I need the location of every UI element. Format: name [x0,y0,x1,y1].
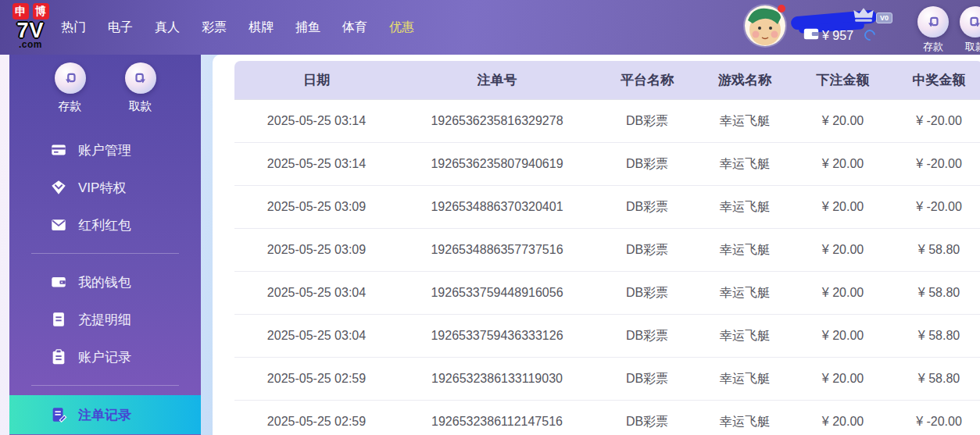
sidebar-item[interactable]: 充提明细 [9,301,201,338]
transfer-in-icon [55,62,86,94]
table-cell: 2025-05-25 03:14 [234,157,399,171]
main-content: 日期注单号平台名称游戏名称下注金额中奖金额 2025-05-25 03:1419… [213,55,980,435]
table-cell: ¥ 58.80 [895,286,980,300]
refresh-balance-icon[interactable] [862,27,878,43]
vip-level-badge: V0 [876,12,892,23]
table-cell: DB彩票 [596,371,699,387]
sidebar-item-label: 账户记录 [78,348,131,366]
nav-item[interactable]: 电子 [108,20,133,36]
brand-seals: 申 博 [8,3,53,20]
menu-divider [31,385,179,386]
nav-item[interactable]: 真人 [155,20,180,36]
table-cell: 2025-05-25 03:04 [234,329,399,343]
sidebar-item[interactable]: 我的钱包 [9,263,201,301]
table-cell: 1926536235807940619 [399,157,596,171]
header-deposit-label: 存款 [923,40,943,54]
sidebar-quick-actions: 存款取款 [9,55,201,114]
sidebar: 存款取款 账户管理VIP特权红利红包我的钱包充提明细账户记录注单记录 [9,55,201,435]
table-cell: 2025-05-25 02:59 [234,415,399,429]
table-cell: ¥ -20.00 [895,114,980,128]
table-cell: 1926534886357737516 [399,243,596,257]
main-nav: 热门电子真人彩票棋牌捕鱼体育优惠 [61,0,414,55]
nav-item[interactable]: 捕鱼 [295,20,320,36]
sidebar-item[interactable]: 账户记录 [9,338,201,376]
balance-wallet-icon [803,28,819,43]
transfer-out-icon [125,62,156,94]
table-row: 2025-05-25 03:091926534886370320401DB彩票幸… [234,186,980,229]
table-cell: DB彩票 [596,414,699,430]
column-header: 游戏名称 [699,71,791,89]
order-icon [50,406,67,423]
brand-logo-suffix: .com [8,41,53,49]
sidebar-withdraw-button[interactable]: 取款 [116,62,166,114]
table-cell: ¥ 20.00 [791,157,895,171]
nav-item[interactable]: 热门 [61,20,86,36]
header-withdraw-button[interactable]: 取款 [950,6,980,54]
table-cell: DB彩票 [596,156,699,173]
table-row: 2025-05-25 03:041926533759436333126DB彩票幸… [234,315,980,358]
table-row: 2025-05-25 03:141926536235816329278DB彩票幸… [234,100,980,143]
table-row: 2025-05-25 03:091926534886357737516DB彩票幸… [234,229,980,272]
table-cell: 幸运飞艇 [699,199,791,216]
table-cell: ¥ 58.80 [895,329,980,343]
table-cell: ¥ 20.00 [791,415,895,429]
page: 申 博 7V .com 热门电子真人彩票棋牌捕鱼体育优惠 [0,0,980,435]
nav-item[interactable]: 棋牌 [249,20,274,36]
clipboard-icon [50,348,67,365]
table-cell: DB彩票 [596,328,699,344]
balance-amount: ¥ 957 [822,29,853,43]
sidebar-item[interactable]: 账户管理 [9,131,201,169]
table-cell: DB彩票 [596,285,699,301]
table-cell: 1926533759448916056 [399,286,596,300]
brand-seal-left: 申 [13,3,29,20]
table-cell: 幸运飞艇 [699,113,791,130]
sidebar-item-label: 账户管理 [78,141,131,159]
table-cell: ¥ -20.00 [895,200,980,214]
table-cell: 2025-05-25 03:09 [234,200,399,214]
brand-logo[interactable]: 申 博 7V .com [8,3,53,49]
table-cell: ¥ 58.80 [895,243,980,257]
table-cell: ¥ -20.00 [895,415,980,429]
table-cell: DB彩票 [596,113,699,130]
table-cell: ¥ 20.00 [791,286,895,300]
table-cell: 幸运飞艇 [699,414,791,430]
table-cell: 2025-05-25 02:59 [234,372,399,386]
table-row: 2025-05-25 02:591926532386133119030DB彩票幸… [234,358,980,401]
table-cell: ¥ 20.00 [791,243,895,257]
sidebar-item-label: 红利红包 [78,216,131,234]
sidebar-deposit-button[interactable]: 存款 [45,62,95,114]
nav-item[interactable]: 体育 [342,20,367,36]
brand-seal-right: 博 [33,3,49,20]
sidebar-item-label: 注单记录 [78,406,131,424]
table-cell: ¥ 20.00 [791,200,895,214]
column-header: 中奖金额 [895,71,980,89]
column-header: 注单号 [399,71,596,89]
vip-icon [50,179,67,196]
nav-item[interactable]: 优惠 [389,20,414,36]
table-header: 日期注单号平台名称游戏名称下注金额中奖金额 [234,61,980,100]
table-cell: 幸运飞艇 [699,328,791,344]
envelope-icon [50,216,67,234]
table-cell: 幸运飞艇 [699,371,791,387]
sidebar-item[interactable]: 红利红包 [9,206,201,244]
table-cell: 2025-05-25 03:09 [234,243,399,257]
table-cell: 幸运飞艇 [699,242,791,259]
table-cell: 1926536235816329278 [399,114,596,128]
table-cell: 1926532386112147516 [399,415,596,429]
table-cell: ¥ 58.80 [895,372,980,386]
table-cell: 2025-05-25 03:14 [234,114,399,128]
sidebar-item[interactable]: VIP特权 [9,169,201,206]
table-cell: 1926533759436333126 [399,329,596,343]
card-icon [50,141,67,159]
table-cell: DB彩票 [596,199,699,216]
table-body: 2025-05-25 03:141926536235816329278DB彩票幸… [234,100,980,435]
column-header: 平台名称 [596,71,699,89]
table-cell: 幸运飞艇 [699,156,791,173]
vip-crown-icon [852,6,875,27]
sidebar-menu: 账户管理VIP特权红利红包我的钱包充提明细账户记录注单记录 [9,131,201,434]
nav-item[interactable]: 彩票 [202,20,227,36]
sidebar-item-label: VIP特权 [78,179,126,197]
sidebar-item[interactable]: 注单记录 [9,395,201,434]
table-cell: 2025-05-25 03:04 [234,286,399,300]
detail-icon [50,311,67,328]
